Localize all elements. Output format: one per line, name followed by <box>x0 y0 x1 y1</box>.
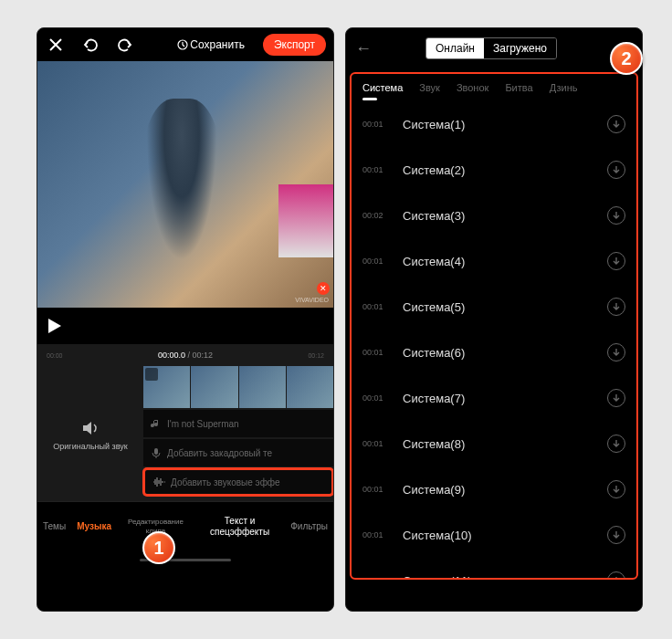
timeline-header: 00:00 00:12 00:00.0 / 00:12 <box>37 344 333 366</box>
sound-name: Система(6) <box>403 346 465 360</box>
speaker-icon <box>80 418 100 438</box>
close-icon[interactable] <box>45 34 67 56</box>
tab-text-fx[interactable]: Текст и спецэффекты <box>194 516 285 538</box>
sound-duration: 00:01 <box>362 257 388 266</box>
sound-rows: 00:01Система(1)00:01Система(2)00:02Систе… <box>352 101 636 580</box>
mic-icon <box>151 447 162 458</box>
sound-item[interactable]: 00:01Система(1) <box>352 101 636 147</box>
clip-thumbnails[interactable] <box>143 366 333 408</box>
toggle-online[interactable]: Онлайн <box>426 38 484 58</box>
sound-list-container: Система Звук Звонок Битва Дзинь 00:01Сис… <box>350 72 638 580</box>
video-preview[interactable]: ✕ VIVAVIDEO <box>37 61 333 308</box>
sound-item[interactable]: 00:01Система(4) <box>352 238 636 284</box>
sound-item[interactable]: 00:01Система(9) <box>352 466 636 512</box>
cat-sound[interactable]: Звук <box>419 82 440 93</box>
sound-duration: 00:01 <box>362 302 388 311</box>
sound-item[interactable]: 00:01Система(10) <box>352 512 636 558</box>
download-icon[interactable] <box>607 115 625 133</box>
category-tabs: Система Звук Звонок Битва Дзинь <box>352 74 636 101</box>
sound-item[interactable]: 00:02Система(3) <box>352 193 636 238</box>
download-icon[interactable] <box>607 343 625 361</box>
sound-name: Система(1) <box>403 118 465 131</box>
tick-end: 00:12 <box>308 352 324 359</box>
download-icon[interactable] <box>607 161 625 179</box>
sound-duration: 00:01 <box>362 530 388 539</box>
sound-name: Система(10) <box>403 529 471 542</box>
sound-name: Система(2) <box>403 163 465 177</box>
download-icon[interactable] <box>607 252 625 270</box>
cat-battle[interactable]: Битва <box>505 82 532 93</box>
callout-2: 2 <box>610 42 643 75</box>
download-icon[interactable] <box>607 480 625 498</box>
save-button[interactable]: Сохранить <box>177 38 245 51</box>
sound-duration: 00:01 <box>362 485 388 494</box>
sfx-label: Добавить звуковые эффе <box>171 477 280 487</box>
tab-filters[interactable]: Фильтры <box>285 521 333 532</box>
sound-duration: 00:01 <box>362 165 388 174</box>
sound-item[interactable]: 00:01Система(8) <box>352 421 636 466</box>
undo-icon[interactable] <box>79 34 101 56</box>
sfx-track[interactable]: Добавить звуковые эффе <box>143 468 333 496</box>
watermark-text: VIVAVIDEO <box>295 297 329 303</box>
top-bar: Сохранить Экспорт <box>37 28 333 61</box>
toggle-downloaded[interactable]: Загружено <box>484 38 556 58</box>
download-icon[interactable] <box>607 571 625 580</box>
tracks: I'm not Superman Добавить закадровый те … <box>143 366 333 501</box>
back-icon[interactable]: ← <box>355 39 372 58</box>
soundwave-icon <box>152 477 165 487</box>
music-track[interactable]: I'm not Superman <box>143 410 333 437</box>
download-icon[interactable] <box>607 389 625 407</box>
tab-music[interactable]: Музыка <box>71 521 117 532</box>
sound-name: Система(5) <box>403 300 465 314</box>
source-toggle: Онлайн Загружено <box>425 37 557 59</box>
svg-rect-1 <box>154 448 158 455</box>
cat-ring[interactable]: Звонок <box>457 82 489 93</box>
sound-name: Система(9) <box>403 483 465 497</box>
sound-duration: 00:02 <box>362 211 388 220</box>
cat-ding[interactable]: Дзинь <box>550 82 578 93</box>
play-bar <box>37 308 333 344</box>
bottom-tabs: Темы Музыка Редактирование клипа Текст и… <box>37 501 333 550</box>
sound-name: Система(4) <box>403 255 465 268</box>
cat-system[interactable]: Система <box>362 82 403 93</box>
remove-watermark-icon[interactable]: ✕ <box>317 282 330 295</box>
sound-name: Система(11) <box>403 574 471 581</box>
sound-duration: 00:01 <box>362 439 388 448</box>
sound-name: Система(3) <box>403 209 465 223</box>
sound-item[interactable]: 00:01Система(11) <box>352 558 636 580</box>
editor-screen: Сохранить Экспорт ✕ VIVAVIDEO 00:00 00:1… <box>37 27 334 612</box>
play-icon[interactable] <box>48 319 61 333</box>
sound-duration: 00:01 <box>362 348 388 357</box>
sound-item[interactable]: 00:01Система(2) <box>352 147 636 193</box>
voiceover-track[interactable]: Добавить закадровый те <box>143 439 333 466</box>
sound-duration: 00:01 <box>362 576 388 580</box>
save-label: Сохранить <box>190 38 245 51</box>
sound-duration: 00:01 <box>362 393 388 403</box>
sound-item[interactable]: 00:01Система(7) <box>352 375 636 421</box>
download-icon[interactable] <box>607 206 625 225</box>
android-nav <box>37 550 333 569</box>
export-button[interactable]: Экспорт <box>263 34 326 56</box>
download-icon[interactable] <box>607 526 625 544</box>
redo-icon[interactable] <box>114 34 136 56</box>
original-sound-toggle[interactable]: Оригинальный звук <box>37 366 143 501</box>
tick-start: 00:00 <box>47 352 63 359</box>
callout-1: 1 <box>142 531 175 564</box>
download-icon[interactable] <box>607 435 625 453</box>
sound-item[interactable]: 00:01Система(6) <box>352 330 636 375</box>
tab-themes[interactable]: Темы <box>37 521 71 532</box>
sound-library-screen: ← Онлайн Загружено Система Звук Звонок Б… <box>345 27 643 612</box>
timeline[interactable]: Оригинальный звук I'm not Superman Добав… <box>37 366 333 501</box>
sound-name: Система(8) <box>403 437 465 451</box>
music-track-label: I'm not Superman <box>167 419 239 429</box>
download-icon[interactable] <box>607 298 625 316</box>
voiceover-label: Добавить закадровый те <box>167 448 272 458</box>
music-note-icon <box>151 418 162 429</box>
original-sound-label: Оригинальный звук <box>53 442 127 453</box>
sound-name: Система(7) <box>403 392 465 405</box>
sound-item[interactable]: 00:01Система(5) <box>352 284 636 330</box>
library-topbar: ← Онлайн Загружено <box>346 28 642 68</box>
sound-duration: 00:01 <box>362 120 388 129</box>
